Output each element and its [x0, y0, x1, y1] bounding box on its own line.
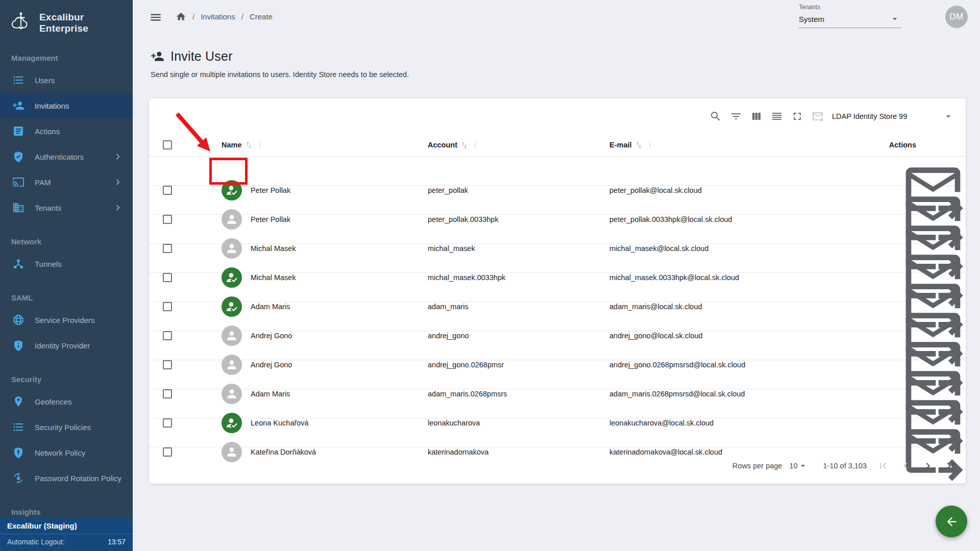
unregistered-user-avatar: [222, 355, 242, 375]
sidebar-section-saml: SAMLService ProvidersIdentity Provider: [0, 293, 133, 358]
column-menu-icon[interactable]: [646, 141, 654, 149]
sidebar-section-label: Management: [0, 53, 133, 63]
unregistered-user-avatar: [222, 209, 242, 230]
table-header-row: NameAccountE-mailActions: [149, 134, 966, 157]
last-page-icon[interactable]: [944, 460, 957, 472]
identity-store-select[interactable]: LDAP Identity Store 99: [832, 111, 953, 121]
sidebar-item-label: Security Policies: [35, 423, 91, 432]
breadcrumb: / Invitations / Create: [176, 11, 273, 22]
row-checkbox-cell: [149, 418, 222, 428]
person-add-icon: [12, 99, 24, 112]
home-icon[interactable]: [176, 11, 186, 22]
sidebar-item-label: PAM: [35, 178, 51, 187]
row-checkbox-cell: [149, 447, 222, 457]
row-checkbox[interactable]: [163, 215, 172, 224]
back-fab-button[interactable]: [936, 506, 967, 537]
tenants-label: Tenants: [799, 4, 901, 11]
caret-down-icon: [943, 111, 953, 121]
name-cell: Peter Pollak: [222, 209, 428, 230]
sidebar-item-pam[interactable]: PAM: [0, 169, 133, 195]
user-account: michal_masek.0033hpk: [428, 273, 609, 282]
column-menu-icon[interactable]: [471, 141, 479, 149]
sidebar-item-tenants[interactable]: Tenants: [0, 195, 133, 220]
user-account: leonakucharova: [428, 419, 609, 427]
sidebar-item-geofences[interactable]: Geofences: [0, 389, 133, 414]
sidebar-item-password-rotation-policy[interactable]: Password Rotation Policy: [0, 465, 133, 491]
menu-toggle-icon[interactable]: [149, 11, 162, 24]
name-cell: Michal Masek: [222, 238, 428, 259]
column-header-name[interactable]: Name: [222, 141, 428, 149]
registered-user-avatar: [222, 267, 242, 288]
sidebar-item-identity-provider[interactable]: Identity Provider: [0, 333, 133, 358]
first-page-icon[interactable]: [877, 460, 889, 472]
actions-cell: [900, 418, 966, 485]
row-checkbox-cell: [149, 273, 222, 282]
sidebar-item-invitations[interactable]: Invitations: [0, 93, 133, 118]
name-cell: Leona Kuchařová: [222, 413, 428, 433]
sidebar-item-label: Invitations: [35, 102, 69, 110]
row-checkbox[interactable]: [163, 302, 172, 311]
filter-icon[interactable]: [730, 110, 742, 122]
sort-icon[interactable]: [460, 141, 469, 149]
registered-user-avatar: [222, 296, 242, 317]
chevron-right-icon: [112, 202, 124, 213]
columns-icon[interactable]: [750, 110, 763, 122]
row-checkbox[interactable]: [163, 360, 172, 369]
sidebar-item-label: Identity Provider: [35, 341, 90, 350]
sidebar-item-label: Geofences: [35, 397, 72, 406]
unregistered-user-avatar: [222, 238, 242, 259]
page-subtitle: Send single or multiple invitations to u…: [151, 70, 409, 79]
user-avatar[interactable]: DM: [945, 6, 968, 28]
header-checkbox-cell: [149, 140, 222, 149]
user-email: peter_pollak.0033hpk@local.sk.cloud: [609, 215, 900, 223]
tenant-select[interactable]: System: [799, 11, 901, 28]
row-checkbox[interactable]: [163, 447, 172, 457]
row-checkbox[interactable]: [163, 418, 172, 428]
row-checkbox-cell: [149, 360, 222, 369]
globe-icon: [12, 314, 24, 326]
chevron-right-icon: [112, 151, 124, 162]
next-page-icon[interactable]: [922, 460, 934, 472]
building-icon: [12, 202, 24, 214]
select-all-checkbox[interactable]: [163, 140, 172, 149]
column-header-actions: Actions: [900, 141, 966, 149]
row-checkbox[interactable]: [163, 244, 172, 253]
article-icon: [12, 125, 24, 137]
sidebar-item-security-policies[interactable]: Security Policies: [0, 414, 133, 440]
user-account: andrej_gono: [428, 332, 609, 340]
previous-page-icon[interactable]: [899, 460, 912, 472]
row-checkbox[interactable]: [163, 186, 172, 195]
sidebar-item-actions[interactable]: Actions: [0, 118, 133, 144]
send-invitations-icon[interactable]: [812, 110, 824, 122]
row-checkbox[interactable]: [163, 273, 172, 282]
search-icon[interactable]: [709, 110, 722, 122]
chevron-right-icon: [112, 177, 124, 188]
sidebar-item-service-providers[interactable]: Service Providers: [0, 307, 133, 333]
sidebar-item-users[interactable]: Users: [0, 67, 133, 93]
sidebar-item-label: Actions: [35, 127, 60, 136]
column-header-e-mail[interactable]: E-mail: [609, 141, 900, 149]
sort-icon[interactable]: [244, 141, 253, 149]
row-checkbox[interactable]: [163, 389, 172, 398]
column-header-account[interactable]: Account: [428, 141, 609, 149]
send-invitation-icon[interactable]: [900, 477, 966, 485]
user-email: andrej_gono@local.sk.cloud: [609, 332, 900, 340]
sidebar-item-tunnels[interactable]: Tunnels: [0, 251, 133, 277]
sidebar-item-network-policy[interactable]: Network Policy: [0, 440, 133, 465]
column-menu-icon[interactable]: [256, 141, 264, 149]
tenant-selected-value: System: [799, 15, 824, 23]
sort-icon[interactable]: [634, 141, 643, 149]
user-account: adam_maris: [428, 303, 609, 311]
sidebar-item-label: Users: [35, 76, 55, 85]
density-icon[interactable]: [771, 110, 783, 122]
person-add-icon: [151, 49, 164, 63]
row-checkbox[interactable]: [163, 331, 172, 340]
breadcrumb-item-invitations[interactable]: Invitations: [201, 12, 235, 21]
fullscreen-icon[interactable]: [791, 110, 803, 122]
caret-down-icon: [890, 14, 900, 24]
sidebar-section-label: Insights: [0, 507, 133, 517]
rows-per-page-select[interactable]: 10: [789, 461, 807, 471]
sidebar-item-authenticators[interactable]: Authenticators: [0, 144, 133, 169]
user-name: Andrej Gono: [251, 332, 292, 340]
sidebar-item-label: Authenticators: [35, 153, 84, 161]
